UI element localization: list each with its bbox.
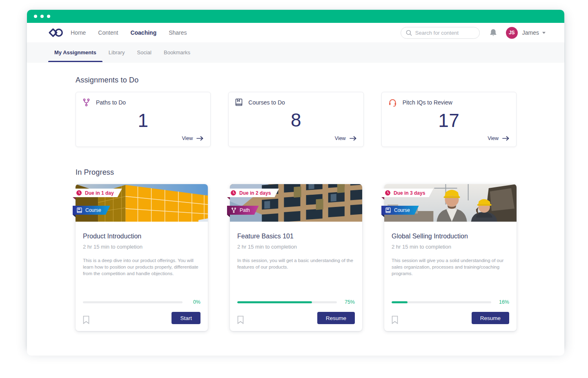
stat-card-row: Paths to Do 1 View — [76, 92, 517, 147]
view-link[interactable]: View — [335, 136, 357, 141]
course-duration: 2 hr 15 min to completion — [392, 244, 509, 250]
progress-track — [83, 301, 183, 303]
in-progress-heading: In Progress — [76, 168, 517, 177]
course-title: Global Selling Introduction — [392, 233, 509, 240]
stat-card-count: 1 — [82, 105, 204, 136]
course-description: This is a deep dive into our product off… — [83, 257, 200, 299]
stat-card-paths[interactable]: Paths to Do 1 View — [76, 92, 211, 147]
assignments-to-do-heading: Assignments to Do — [76, 76, 517, 84]
window-control-dot — [34, 15, 37, 18]
progress-fill — [392, 301, 408, 303]
progress-track — [237, 301, 337, 303]
infinity-logo-icon[interactable] — [48, 27, 63, 38]
course-duration: 2 hr 15 min to completion — [237, 244, 355, 250]
tab-bookmarks[interactable]: Bookmarks — [158, 49, 196, 62]
course-description: In this session, you will get a basic un… — [237, 257, 355, 299]
user-name: James — [522, 29, 539, 36]
course-card[interactable]: Due in 1 day — [76, 184, 208, 331]
notifications-bell-icon[interactable] — [490, 29, 497, 37]
search-icon — [406, 30, 412, 36]
start-button[interactable]: Start — [172, 312, 200, 324]
bookmark-icon[interactable] — [392, 316, 398, 324]
nav-item-coaching[interactable]: Coaching — [130, 29, 156, 36]
course-book-icon — [77, 207, 82, 213]
progress-fill — [237, 301, 312, 303]
progress-percent-label: 16% — [496, 299, 509, 305]
type-badge: Path — [227, 206, 259, 215]
arrow-right-icon — [502, 136, 510, 141]
progress-track — [392, 301, 491, 303]
main-content: Assignments to Do Paths to Do — [27, 62, 564, 356]
resume-button[interactable]: Resume — [317, 312, 355, 324]
view-link[interactable]: View — [182, 136, 204, 141]
clock-icon — [231, 190, 236, 196]
due-badge-label: Due in 2 days — [239, 190, 271, 196]
path-icon — [231, 207, 236, 213]
due-badge: Due in 3 days — [381, 189, 433, 197]
view-link[interactable]: View — [488, 136, 510, 141]
type-badge-label: Course — [394, 207, 410, 213]
view-link-label: View — [335, 136, 346, 141]
tab-library[interactable]: Library — [102, 49, 131, 62]
main-nav: Home Content Coaching Shares — [71, 29, 187, 36]
avatar-initials: JS — [509, 30, 515, 36]
progress-row: 16% — [392, 299, 509, 305]
course-book-icon — [385, 207, 391, 213]
tab-social[interactable]: Social — [131, 49, 158, 62]
course-card[interactable]: Due in 3 days — [384, 184, 517, 331]
chevron-down-icon — [542, 32, 546, 34]
user-menu[interactable]: James — [522, 29, 546, 36]
page: Home Content Coaching Shares — [0, 0, 588, 378]
progress-percent-label: 75% — [342, 299, 355, 305]
clock-icon — [385, 190, 390, 196]
type-badge-label: Course — [85, 207, 101, 213]
window-control-dot — [40, 15, 44, 18]
search-box[interactable] — [401, 27, 480, 39]
tab-my-assignments[interactable]: My Assignments — [48, 49, 102, 62]
nav-item-shares[interactable]: Shares — [169, 29, 187, 36]
progress-percent-label: 0% — [187, 299, 200, 305]
bookmark-icon[interactable] — [237, 316, 244, 324]
course-description: This session will give you a solid under… — [392, 257, 509, 299]
browser-titlebar — [27, 10, 564, 23]
stat-card-count: 17 — [388, 105, 510, 136]
progress-row: 75% — [237, 299, 355, 305]
stat-card-pitch-iqs[interactable]: Pitch IQs to Review 17 View — [381, 92, 517, 147]
stat-card-courses[interactable]: Courses to Do 8 View — [228, 92, 363, 147]
bookmark-icon[interactable] — [83, 316, 89, 324]
view-link-label: View — [182, 136, 193, 141]
due-badge-label: Due in 1 day — [85, 190, 114, 196]
course-card-row: Due in 1 day — [76, 184, 517, 331]
nav-item-content[interactable]: Content — [98, 29, 118, 36]
course-title: Feature Basics 101 — [237, 233, 355, 240]
progress-row: 0% — [83, 299, 200, 305]
course-title: Product Introduction — [83, 233, 200, 240]
view-link-label: View — [488, 136, 499, 141]
due-badge: Due in 1 day — [73, 189, 122, 197]
type-badge: Course — [73, 206, 110, 215]
type-badge-label: Path — [240, 207, 250, 213]
course-card[interactable]: Due in 2 days Path — [230, 184, 362, 331]
resume-button[interactable]: Resume — [472, 312, 509, 324]
arrow-right-icon — [196, 136, 204, 141]
window-control-dot — [47, 15, 50, 18]
top-navigation: Home Content Coaching Shares — [27, 23, 564, 42]
clock-icon — [76, 190, 82, 196]
due-badge: Due in 2 days — [227, 189, 279, 197]
nav-item-home[interactable]: Home — [71, 29, 86, 36]
search-input[interactable] — [415, 30, 474, 36]
course-duration: 2 hr 15 min to completion — [83, 244, 200, 250]
app-window: Home Content Coaching Shares — [27, 10, 564, 350]
avatar[interactable]: JS — [506, 27, 518, 39]
due-badge-label: Due in 3 days — [394, 190, 425, 196]
arrow-right-icon — [350, 136, 357, 141]
stat-card-count: 8 — [235, 105, 356, 136]
type-badge: Course — [381, 206, 419, 215]
sub-navigation: My Assignments Library Social Bookmarks — [27, 42, 564, 62]
